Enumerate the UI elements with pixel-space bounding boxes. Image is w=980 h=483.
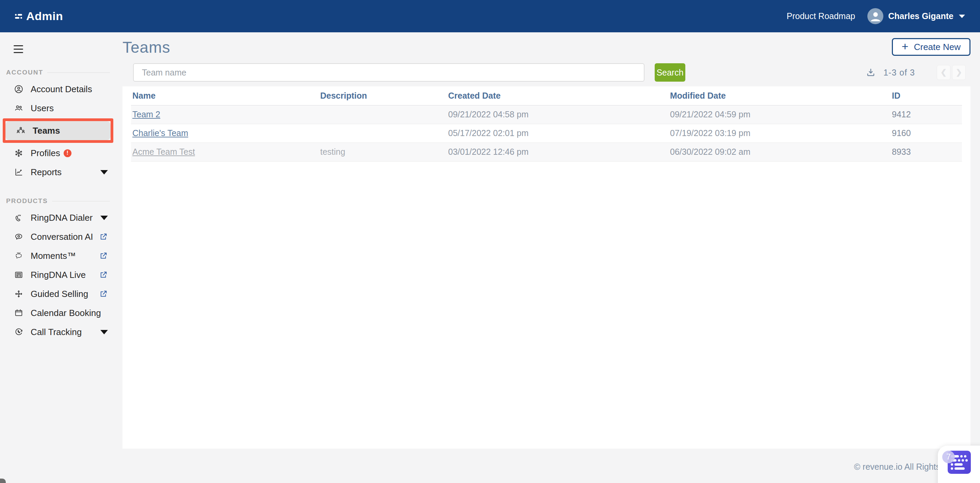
chat-unread-badge: 7 bbox=[942, 451, 955, 463]
dialer-icon bbox=[14, 213, 24, 222]
team-name-cell: Team 2 bbox=[131, 105, 319, 124]
chevron-down-icon bbox=[100, 330, 108, 334]
calendar-icon bbox=[14, 308, 24, 318]
sidebar-item-reports[interactable]: Reports bbox=[0, 163, 118, 182]
col-header-created: Created Date bbox=[447, 86, 669, 105]
conversation-ai-icon bbox=[14, 232, 24, 242]
created-date-cell: 05/17/2022 02:01 pm bbox=[447, 124, 669, 143]
sidebar-item-ringdna-live[interactable]: RingDNA Live bbox=[0, 265, 118, 284]
next-page-button[interactable]: ❯ bbox=[952, 65, 966, 80]
profiles-alert-badge: ! bbox=[64, 149, 72, 157]
person-icon bbox=[868, 8, 883, 24]
chevron-down-icon bbox=[959, 14, 965, 18]
teams-highlight-outline: Teams bbox=[3, 118, 113, 143]
sidebar-section-account: ACCOUNT bbox=[6, 69, 110, 76]
moments-icon bbox=[14, 251, 24, 261]
topbar: Admin Product Roadmap Charles Gigante bbox=[0, 0, 980, 32]
description-cell bbox=[319, 124, 447, 143]
app-logo: Admin bbox=[15, 10, 63, 23]
sidebar-item-users[interactable]: Users bbox=[0, 99, 118, 118]
chevron-down-icon bbox=[100, 216, 108, 220]
sidebar-item-guided-selling[interactable]: Guided Selling bbox=[0, 284, 118, 303]
pagination-range: 1-3 of 3 bbox=[883, 68, 915, 78]
external-link-icon bbox=[99, 232, 108, 241]
create-new-button[interactable]: + Create New bbox=[892, 38, 970, 56]
plus-icon: + bbox=[902, 40, 908, 52]
external-link-icon bbox=[99, 270, 108, 279]
team-name-cell: Charlie's Team bbox=[131, 124, 319, 143]
sidebar-item-call-tracking[interactable]: Call Tracking bbox=[0, 323, 118, 342]
external-link-icon bbox=[99, 289, 108, 298]
teams-icon bbox=[16, 126, 26, 135]
ringdna-live-icon bbox=[14, 270, 24, 280]
sidebar-section-products: PRODUCTS bbox=[6, 197, 110, 205]
sidebar-item-ringdna-dialer[interactable]: RingDNA Dialer bbox=[0, 208, 118, 227]
hamburger-menu-icon[interactable] bbox=[14, 45, 23, 53]
col-header-modified: Modified Date bbox=[669, 86, 891, 105]
modified-date-cell: 07/19/2022 03:19 pm bbox=[669, 124, 891, 143]
table-header-row: Name Description Created Date Modified D… bbox=[131, 86, 962, 105]
prev-page-button[interactable]: ❮ bbox=[937, 65, 950, 80]
modified-date-cell: 09/21/2022 04:59 pm bbox=[669, 105, 891, 124]
users-icon bbox=[14, 103, 24, 113]
modified-date-cell: 06/30/2022 09:02 am bbox=[669, 143, 891, 161]
main-content: Teams + Create New Search 1-3 of 3 ❮ ❯ bbox=[123, 32, 970, 449]
product-roadmap-link[interactable]: Product Roadmap bbox=[787, 11, 856, 21]
create-new-label: Create New bbox=[914, 42, 961, 52]
user-menu[interactable]: Charles Gigante bbox=[867, 8, 965, 24]
sidebar-item-calendar-booking[interactable]: Calendar Booking bbox=[0, 303, 118, 323]
col-header-description: Description bbox=[319, 86, 447, 105]
id-cell: 8933 bbox=[891, 143, 962, 161]
team-name-cell: Acme Team Test bbox=[131, 143, 319, 161]
section-label: PRODUCTS bbox=[6, 197, 48, 205]
sidebar: ACCOUNT Account Details Users bbox=[0, 32, 118, 483]
chevron-down-icon bbox=[100, 170, 108, 175]
id-cell: 9412 bbox=[891, 105, 962, 124]
page-title: Teams bbox=[123, 38, 170, 56]
table-row: Charlie's Team 05/17/2022 02:01 pm 07/19… bbox=[131, 124, 962, 143]
sidebar-item-moments[interactable]: Moments™ bbox=[0, 246, 118, 265]
col-header-name: Name bbox=[131, 86, 319, 105]
download-icon[interactable] bbox=[865, 67, 876, 78]
copyright-text: © revenue.io All Rights R bbox=[854, 462, 949, 472]
created-date-cell: 09/21/2022 04:58 pm bbox=[447, 105, 669, 124]
user-name: Charles Gigante bbox=[888, 11, 953, 21]
team-link[interactable]: Acme Team Test bbox=[132, 147, 195, 156]
app-title: Admin bbox=[26, 10, 63, 23]
search-button[interactable]: Search bbox=[655, 63, 685, 82]
reports-icon bbox=[14, 167, 24, 177]
team-link[interactable]: Team 2 bbox=[132, 110, 160, 119]
sidebar-item-conversation-ai[interactable]: Conversation AI bbox=[0, 227, 118, 246]
col-header-id: ID bbox=[891, 86, 962, 105]
sidebar-item-teams[interactable]: Teams bbox=[5, 121, 111, 140]
teams-table: Name Description Created Date Modified D… bbox=[131, 86, 962, 162]
divider bbox=[47, 72, 110, 73]
description-cell: testing bbox=[319, 143, 447, 161]
avatar bbox=[867, 8, 883, 24]
section-label: ACCOUNT bbox=[6, 69, 43, 76]
teams-table-panel: Name Description Created Date Modified D… bbox=[123, 86, 970, 449]
brand-morse-icon bbox=[15, 14, 22, 19]
guided-selling-icon bbox=[14, 289, 24, 299]
account-details-icon bbox=[14, 84, 24, 94]
created-date-cell: 03/01/2022 12:46 pm bbox=[447, 143, 669, 161]
external-link-icon bbox=[99, 251, 108, 260]
sidebar-item-profiles[interactable]: Profiles ! bbox=[0, 143, 118, 163]
id-cell: 9160 bbox=[891, 124, 962, 143]
sidebar-item-account-details[interactable]: Account Details bbox=[0, 79, 118, 99]
team-link[interactable]: Charlie's Team bbox=[132, 128, 188, 138]
team-name-search-input[interactable] bbox=[133, 63, 644, 82]
call-tracking-icon bbox=[14, 327, 24, 337]
profiles-icon bbox=[14, 148, 24, 158]
description-cell bbox=[319, 105, 447, 124]
table-row: Team 2 09/21/2022 04:58 pm 09/21/2022 04… bbox=[131, 105, 962, 124]
table-row: Acme Team Test testing 03/01/2022 12:46 … bbox=[131, 143, 962, 161]
